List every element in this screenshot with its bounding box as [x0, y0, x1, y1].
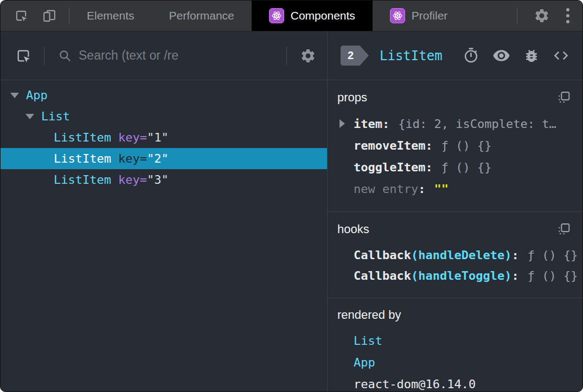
tree-item-listitem-1[interactable]: ListItemkey="1"	[1, 127, 327, 148]
colon: :	[425, 160, 432, 174]
key-attr-value: "2"	[147, 152, 169, 165]
hook-row-handledelete[interactable]: Callback(handleDelete):ƒ () {}	[337, 245, 572, 265]
owner-link[interactable]: App	[354, 356, 375, 369]
selected-component-panel: 2 ListItem	[328, 31, 582, 391]
hooks-section: hooks Callback(handleDelete):ƒ () {} Cal…	[328, 212, 582, 298]
prop-row-toggleitem[interactable]: toggleItem:ƒ () {}	[337, 156, 572, 178]
expander-icon[interactable]	[25, 114, 34, 119]
key-attr-value: "3"	[147, 173, 169, 187]
prop-row-new-entry[interactable]: new entry:""	[337, 178, 572, 200]
component-name: ListItem	[54, 173, 111, 187]
colon: :	[511, 248, 518, 262]
new-entry-name-input[interactable]: new entry	[354, 182, 418, 196]
tree-item-list[interactable]: List	[1, 106, 327, 127]
component-name: App	[26, 88, 48, 102]
colon: :	[511, 269, 518, 282]
rendered-by-title: rendered by	[337, 308, 401, 322]
props-section: props item:{id: 2, isComplete: t… remove…	[328, 80, 582, 212]
component-name: List	[41, 110, 70, 123]
inspect-component-icon[interactable]	[15, 47, 32, 65]
colon: :	[382, 117, 389, 131]
prop-value: ƒ () {}	[441, 139, 492, 152]
search-input[interactable]	[78, 48, 281, 63]
prop-name: toggleItem	[354, 160, 425, 174]
prop-name: removeItem	[354, 139, 425, 152]
tab-label: Profiler	[412, 9, 448, 22]
hooks-section-title: hooks	[337, 222, 369, 236]
component-name: ListItem	[54, 131, 111, 144]
tab-label: Elements	[87, 9, 134, 22]
hook-name: Callback	[354, 248, 411, 262]
react-dom-version: react-dom@16.14.0	[354, 377, 476, 391]
copy-hooks-icon[interactable]	[556, 222, 572, 237]
log-to-console-bug-icon[interactable]	[523, 48, 540, 64]
hook-callback-name: (handleToggle)	[411, 269, 511, 282]
hook-callback-name: (handleDelete)	[411, 248, 511, 262]
hook-value: ƒ () {}	[528, 269, 578, 282]
rendered-by-owner-app[interactable]: App	[337, 351, 572, 373]
owners-stack-badge[interactable]: 2	[341, 46, 369, 66]
react-icon	[390, 8, 405, 23]
toolbar-divider	[44, 47, 44, 65]
search-icon	[57, 48, 72, 63]
view-source-code-icon[interactable]	[553, 47, 569, 64]
prop-value: {id: 2, isComplete: t…	[398, 117, 556, 131]
key-equals: =	[140, 131, 147, 144]
component-name: ListItem	[54, 152, 111, 165]
colon: :	[425, 139, 432, 152]
tree-toolbar	[1, 31, 327, 80]
device-toolbar-icon[interactable]	[42, 8, 57, 23]
expander-collapsed-icon[interactable]	[339, 119, 345, 128]
key-attr-name: key	[118, 173, 140, 187]
tab-elements[interactable]: Elements	[69, 1, 152, 31]
key-equals: =	[140, 152, 147, 165]
rendered-by-section: rendered by List App react-dom@16.14.0	[328, 298, 582, 391]
rendered-by-owner-list[interactable]: List	[337, 330, 572, 351]
settings-gear-icon[interactable]	[534, 8, 550, 24]
components-tree-panel: App List ListItemkey="1" ListItemkey="2"…	[1, 31, 328, 391]
tab-label: Performance	[169, 9, 234, 22]
selected-component-name: ListItem	[380, 48, 443, 63]
props-section-title: props	[337, 91, 367, 105]
colon: :	[418, 182, 425, 196]
key-attr-name: key	[118, 152, 140, 165]
kebab-menu-icon[interactable]	[566, 8, 569, 23]
tree-settings-gear-icon[interactable]	[300, 48, 316, 64]
toolbar-divider	[286, 47, 287, 65]
tab-label: Components	[291, 9, 355, 22]
devtools-toolbar: Elements Performance Components	[1, 1, 582, 31]
suspend-stopwatch-icon[interactable]	[463, 47, 479, 64]
inspect-element-icon[interactable]	[14, 8, 29, 23]
hook-name: Callback	[354, 269, 411, 282]
expander-icon[interactable]	[10, 93, 19, 98]
owner-link[interactable]: List	[354, 334, 382, 348]
prop-value: ƒ () {}	[441, 160, 492, 174]
tab-performance[interactable]: Performance	[152, 1, 252, 31]
tree-item-app[interactable]: App	[1, 85, 327, 106]
toolbar-divider	[517, 8, 517, 24]
hook-value: ƒ () {}	[528, 248, 578, 262]
tree-item-listitem-3[interactable]: ListItemkey="3"	[1, 169, 327, 190]
tab-components[interactable]: Components	[252, 1, 373, 31]
new-entry-value-input[interactable]: ""	[434, 182, 449, 196]
inspect-dom-eye-icon[interactable]	[492, 47, 510, 65]
hook-row-handletoggle[interactable]: Callback(handleToggle):ƒ () {}	[337, 265, 572, 286]
selected-component-header: 2 ListItem	[328, 31, 582, 80]
prop-name: item	[354, 117, 382, 131]
key-attr-name: key	[118, 131, 140, 144]
rendered-by-runtime: react-dom@16.14.0	[337, 373, 572, 391]
tab-profiler[interactable]: Profiler	[373, 1, 465, 31]
devtools-window: Elements Performance Components	[0, 0, 583, 392]
copy-props-icon[interactable]	[556, 90, 572, 105]
devtools-tabs: Elements Performance Components	[69, 1, 465, 31]
key-equals: =	[140, 173, 147, 187]
component-tree: App List ListItemkey="1" ListItemkey="2"…	[1, 80, 327, 190]
react-icon	[269, 8, 284, 23]
prop-row-item[interactable]: item:{id: 2, isComplete: t…	[337, 113, 572, 134]
prop-row-removeitem[interactable]: removeItem:ƒ () {}	[337, 134, 572, 156]
tree-item-listitem-2-selected[interactable]: ListItemkey="2"	[1, 148, 327, 169]
key-attr-value: "1"	[147, 131, 169, 144]
